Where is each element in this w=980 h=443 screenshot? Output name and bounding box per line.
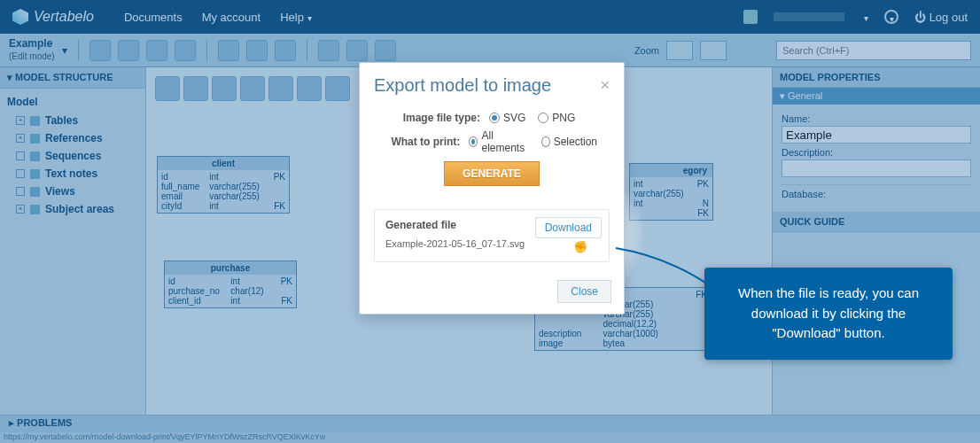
- tb-icon-1[interactable]: [89, 40, 111, 61]
- user-avatar-icon[interactable]: [743, 10, 758, 24]
- print-label: What to print:: [374, 136, 460, 148]
- nav-logout[interactable]: ⏻ Log out: [914, 11, 968, 24]
- filetype-label: Image file type:: [374, 112, 480, 124]
- general-subsection[interactable]: ▾ General: [773, 88, 980, 105]
- tree-item-subject-areas[interactable]: +Subject areas: [16, 200, 138, 218]
- radio-svg[interactable]: [489, 113, 500, 123]
- right-panel: MODEL PROPERTIES ▾ General Name: Descrip…: [772, 67, 980, 424]
- modal-close-x-icon[interactable]: ×: [600, 76, 610, 95]
- canvas-tool-7[interactable]: [325, 76, 350, 101]
- model-title[interactable]: Example(Edit mode): [9, 38, 55, 61]
- nav-documents[interactable]: Documents: [124, 11, 183, 24]
- nav-my-account[interactable]: My account: [202, 11, 261, 24]
- prop-name-label: Name:: [782, 113, 971, 124]
- radio-selection[interactable]: [541, 136, 550, 147]
- tb-icon-7[interactable]: [275, 40, 296, 61]
- top-nav: Vertabelo Documents My account Help ⏻ Lo…: [0, 0, 980, 34]
- brand-name: Vertabelo: [34, 9, 94, 25]
- tb-icon-5[interactable]: [218, 40, 239, 61]
- prop-name-input[interactable]: [782, 126, 971, 144]
- tree-item-views[interactable]: Views: [16, 183, 138, 200]
- tb-icon-3[interactable]: [146, 40, 167, 61]
- tb-icon-8[interactable]: [318, 40, 339, 61]
- canvas-tool-3[interactable]: [212, 76, 237, 101]
- quick-guide-header[interactable]: QUICK GUIDE: [773, 212, 980, 232]
- canvas-tool-4[interactable]: [240, 76, 265, 101]
- generated-filename: Example-2021-05-16_07-17.svg: [385, 238, 598, 249]
- tb-icon-6[interactable]: [246, 40, 268, 61]
- tree-item-sequences[interactable]: Sequences: [16, 147, 138, 165]
- close-button[interactable]: Close: [557, 280, 611, 303]
- brand-logo[interactable]: Vertabelo: [0, 9, 106, 25]
- canvas-tool-row: [155, 76, 350, 101]
- radio-all-elements[interactable]: [469, 136, 478, 147]
- tb-icon-9[interactable]: [346, 40, 368, 61]
- erm-table-client[interactable]: client idintPK full_namevarchar(255) ema…: [157, 156, 290, 214]
- nav-links: Documents My account Help: [124, 11, 312, 24]
- canvas-tool-5[interactable]: [268, 76, 293, 101]
- radio-png[interactable]: [538, 113, 548, 123]
- canvas-tool-2[interactable]: [183, 76, 208, 101]
- erm-table-category[interactable]: egory intPK varchar(255) intN FK: [629, 163, 713, 221]
- problems-bar[interactable]: ▸ PROBLEMS: [0, 415, 980, 432]
- tutorial-callout: When the file is ready, you can download…: [704, 268, 953, 360]
- model-tree: Model +Tables +References Sequences Text…: [0, 89, 145, 222]
- generated-file-box: Generated file Download ✊ Example-2021-0…: [374, 209, 610, 262]
- canvas-tool-6[interactable]: [297, 76, 322, 101]
- model-structure-header[interactable]: ▾ MODEL STRUCTURE: [0, 67, 145, 89]
- export-modal: Export model to image × Image file type:…: [359, 62, 625, 315]
- modal-title: Export model to image: [374, 75, 551, 96]
- user-menu-caret[interactable]: [860, 11, 868, 24]
- left-panel: ▾ MODEL STRUCTURE Model +Tables +Referen…: [0, 67, 146, 424]
- search-input[interactable]: [776, 41, 971, 60]
- tree-item-text-notes[interactable]: Text notes: [16, 165, 138, 183]
- prop-description-label: Description:: [782, 147, 971, 158]
- chat-icon[interactable]: [884, 10, 898, 24]
- nav-help[interactable]: Help: [280, 11, 312, 24]
- zoom-mode-1[interactable]: [666, 41, 693, 60]
- prop-description-input[interactable]: [782, 159, 971, 177]
- prop-database-label: Database:: [782, 189, 971, 199]
- canvas-tool-pointer[interactable]: [155, 76, 180, 101]
- status-bar: https://my.vertabelo.com/model-download-…: [0, 432, 980, 443]
- tb-icon-4[interactable]: [175, 40, 196, 61]
- erm-table-purchase[interactable]: purchase idintPK purchase_nochar(12) cli…: [164, 260, 297, 308]
- tree-root[interactable]: Model: [7, 96, 138, 108]
- tree-item-references[interactable]: +References: [16, 129, 138, 147]
- nav-right: ⏻ Log out: [743, 10, 980, 24]
- zoom-label: Zoom: [634, 45, 659, 56]
- logo-icon: [12, 9, 28, 25]
- cursor-hand-icon: ✊: [573, 240, 587, 253]
- callout-text: When the file is ready, you can download…: [738, 285, 919, 340]
- tree-item-tables[interactable]: +Tables: [16, 112, 138, 129]
- tb-icon-2[interactable]: [118, 40, 139, 61]
- model-properties-header[interactable]: MODEL PROPERTIES: [773, 67, 980, 88]
- zoom-mode-2[interactable]: [700, 41, 727, 60]
- tb-icon-10[interactable]: [375, 40, 396, 61]
- user-name-placeholder: [774, 12, 844, 21]
- generate-button[interactable]: GENERATE: [444, 161, 540, 186]
- download-button[interactable]: Download: [535, 217, 602, 238]
